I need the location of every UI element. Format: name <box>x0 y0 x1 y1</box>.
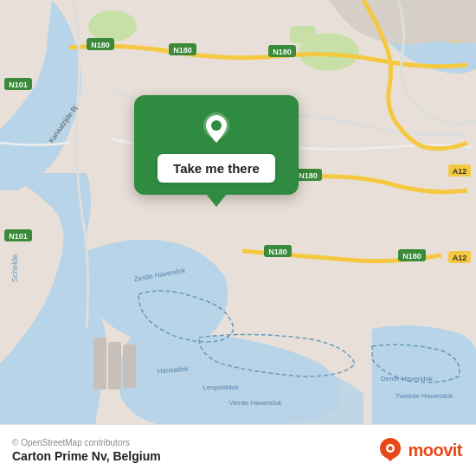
moovit-icon <box>376 437 404 465</box>
svg-text:Leopolddok: Leopolddok <box>203 383 239 391</box>
copyright-text: © OpenStreetMap contributors <box>12 438 161 447</box>
svg-text:N180: N180 <box>299 171 318 180</box>
svg-text:N101: N101 <box>9 232 28 241</box>
moovit-wordmark: moovit <box>408 441 462 460</box>
svg-text:Schelde: Schelde <box>10 254 19 283</box>
svg-point-38 <box>211 120 222 131</box>
svg-text:A12: A12 <box>453 167 467 176</box>
footer: © OpenStreetMap contributors Carton Prim… <box>0 424 476 476</box>
svg-point-41 <box>389 446 393 450</box>
svg-text:Vierde Havendok: Vierde Havendok <box>228 399 282 407</box>
svg-rect-36 <box>123 344 136 388</box>
take-me-there-button[interactable]: Take me there <box>158 154 275 183</box>
svg-text:N180: N180 <box>273 48 292 56</box>
moovit-logo: moovit <box>376 437 462 465</box>
svg-rect-3 <box>290 26 316 43</box>
svg-text:N180: N180 <box>173 46 192 55</box>
svg-rect-34 <box>93 338 106 389</box>
svg-text:N180: N180 <box>91 41 110 49</box>
svg-rect-35 <box>108 342 121 389</box>
location-name: Carton Prime Nv, Belgium <box>12 449 161 463</box>
footer-info: © OpenStreetMap contributors Carton Prim… <box>12 438 161 463</box>
svg-text:N101: N101 <box>9 80 28 89</box>
pin-icon <box>199 111 234 145</box>
svg-text:N180: N180 <box>402 252 421 261</box>
svg-text:A12: A12 <box>453 254 467 262</box>
map-svg: N180 N180 N180 N180 N180 N180 N101 N101 … <box>0 0 476 424</box>
map: N180 N180 N180 N180 N180 N180 N101 N101 … <box>0 0 476 424</box>
svg-text:Tweede Havendok: Tweede Havendok <box>396 392 453 400</box>
svg-text:N180: N180 <box>268 248 287 256</box>
svg-point-1 <box>88 10 137 42</box>
location-popup: Take me there <box>134 95 299 195</box>
